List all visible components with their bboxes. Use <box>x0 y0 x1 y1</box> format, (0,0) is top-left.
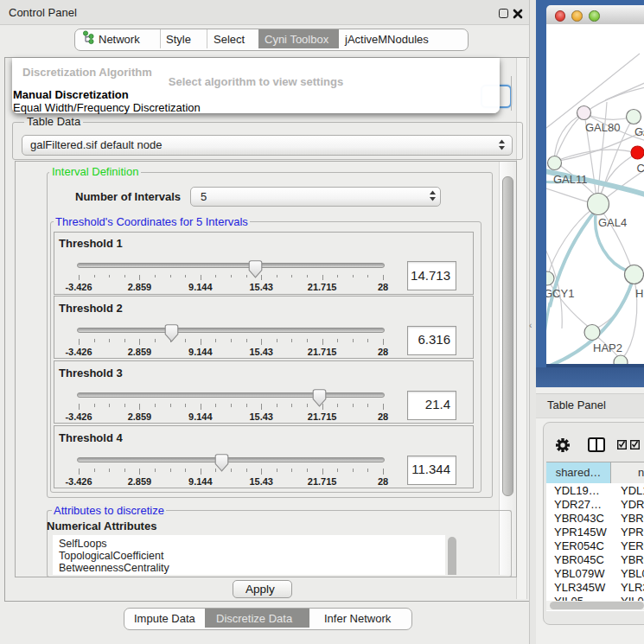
svg-text:H: H <box>635 287 643 300</box>
svg-text:C: C <box>637 162 644 175</box>
svg-text:GCY1: GCY1 <box>546 287 574 300</box>
svg-text:HAP2: HAP2 <box>593 341 622 354</box>
svg-text:GA: GA <box>634 125 644 138</box>
svg-text:GAL4: GAL4 <box>598 216 627 229</box>
svg-text:GAL11: GAL11 <box>553 173 588 186</box>
svg-text:GAL80: GAL80 <box>585 121 620 134</box>
